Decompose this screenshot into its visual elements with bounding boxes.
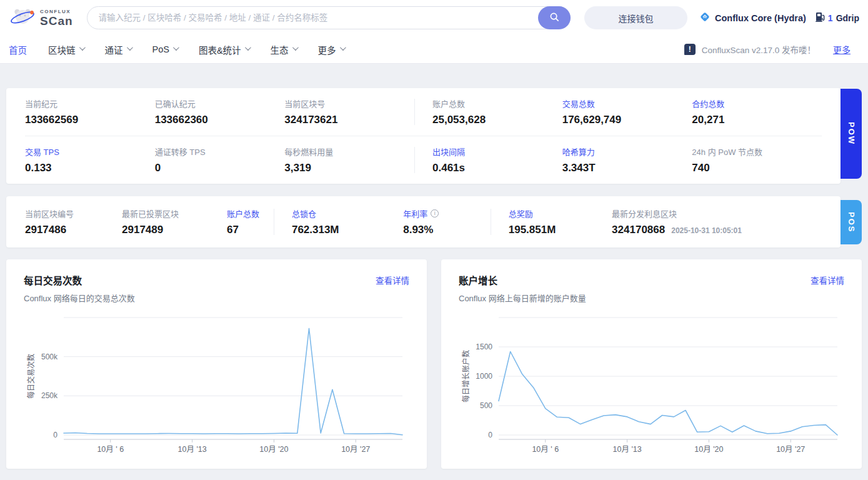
nav-item-label: PoS — [152, 44, 169, 54]
info-icon[interactable]: i — [431, 209, 439, 218]
stat-label-text: 24h 内 PoW 节点数 — [692, 146, 762, 158]
stat-label-link[interactable]: 账户总数 — [227, 208, 274, 219]
stat-value: 3241708682025-10-31 10:05:01 — [612, 224, 822, 236]
stat-cell: 最新分发利息区块3241708682025-10-31 10:05:01 — [612, 208, 822, 236]
pos-stats-section: POS 当前区块编号2917486最新已投票区块2917489账户总数67总锁仓… — [6, 196, 841, 248]
stat-cell: 通证转移 TPS0 — [155, 146, 285, 174]
announcement-more-link[interactable]: 更多 — [833, 43, 851, 56]
stat-value-text: 0.461s — [432, 162, 465, 174]
stat-value-text: 762.313M — [292, 224, 339, 236]
nav-item-more[interactable]: 更多 — [318, 43, 344, 56]
svg-text:10月 '27: 10月 '27 — [341, 445, 370, 454]
stat-label-text: 交易 TPS — [25, 146, 59, 158]
connect-wallet-button[interactable]: 连接钱包 — [584, 6, 687, 29]
nav-item-label: 更多 — [318, 43, 336, 56]
chart-card-account-growth: 账户增长 查看详情 Conflux 网络上每日新增的账户数量 050010001… — [441, 259, 862, 469]
search-input[interactable] — [87, 6, 571, 29]
chart-card-daily-transactions: 每日交易次数 查看详情 Conflux 网络每日的交易总次数 0250k500k… — [6, 259, 427, 469]
nav-item-tokens[interactable]: 通证 — [105, 43, 131, 56]
nav-item-home[interactable]: 首页 — [9, 43, 27, 56]
stat-label-link[interactable]: 年利率i — [403, 208, 491, 219]
stat-label-link[interactable]: 总奖励 — [509, 208, 612, 219]
header: CONFLUX SCan 连接钱包 — [0, 0, 868, 64]
logo-mark-icon — [9, 4, 36, 32]
stat-label-link[interactable]: 出块间隔 — [432, 146, 562, 158]
view-details-link[interactable]: 查看详情 — [811, 274, 844, 286]
stat-value: 133662569 — [25, 114, 155, 126]
pow-tab[interactable]: POW — [841, 89, 862, 179]
nav-item-ecosystem[interactable]: 生态 — [271, 43, 297, 56]
pos-tab[interactable]: POS — [841, 200, 862, 244]
chart-header: 每日交易次数 查看详情 — [24, 273, 409, 287]
stat-cell: 账户总数67 — [227, 208, 274, 236]
chevron-down-icon — [126, 44, 132, 51]
stat-label-text: 已确认纪元 — [155, 98, 196, 109]
conflux-logo[interactable]: CONFLUX SCan — [9, 4, 73, 32]
svg-text:10月 '13: 10月 '13 — [613, 445, 642, 454]
pow-stats-row-2: 交易 TPS0.133通证转移 TPS0每秒燃料用量3,319出块间隔0.461… — [6, 136, 841, 184]
stat-label: 每秒燃料用量 — [284, 146, 414, 158]
stat-label-link[interactable]: 交易 TPS — [25, 146, 155, 158]
daily-transactions-line-chart[interactable]: 0250k500k每日交易次数10月 ' 610月 '1310月 '2010月 … — [24, 306, 409, 461]
stat-value: 133662360 — [155, 114, 285, 126]
chevron-down-icon — [79, 44, 85, 51]
stat-label-text: 总奖励 — [509, 208, 533, 219]
svg-text:10月 '20: 10月 '20 — [259, 445, 288, 454]
search-button[interactable] — [538, 6, 571, 29]
gas-value: 1 — [828, 13, 833, 23]
account-growth-line-chart[interactable]: 050010001500每日增长账户数10月 ' 610月 '1310月 '20… — [459, 306, 844, 461]
stat-value-text: 195.851M — [509, 224, 556, 236]
stat-value-text: 324170868 — [612, 224, 665, 236]
svg-text:10月 '13: 10月 '13 — [178, 445, 207, 454]
stat-label-link[interactable]: 合约总数 — [692, 98, 822, 109]
stat-value-text: 133662569 — [25, 114, 78, 126]
vertical-divider — [414, 99, 415, 125]
announcement-bar: ! ConfluxScan v2.17.0 发布喽！ 更多 — [684, 43, 859, 56]
search-icon — [549, 11, 560, 24]
nav-item-charts-statistics[interactable]: 图表&统计 — [199, 43, 249, 56]
stat-cell: 总奖励195.851M — [509, 208, 612, 236]
stat-label-link[interactable]: 哈希算力 — [562, 146, 692, 158]
stat-label-text: 交易总数 — [562, 98, 595, 109]
chevron-down-icon — [245, 44, 251, 51]
view-details-link[interactable]: 查看详情 — [376, 274, 409, 286]
main-content: POW 当前纪元133662569已确认纪元133662360当前区块号3241… — [0, 88, 868, 469]
stat-value: 0.133 — [25, 162, 155, 174]
stat-label-link[interactable]: 交易总数 — [562, 98, 692, 109]
stat-value-text: 0.133 — [25, 162, 52, 174]
stat-label: 账户总数 — [432, 98, 562, 109]
stat-label-link[interactable]: 总锁仓 — [292, 208, 403, 219]
stat-value: 0.461s — [432, 162, 562, 174]
nav-item-label: 首页 — [9, 43, 27, 56]
nav-item-blockchain[interactable]: 区块链 — [48, 43, 84, 56]
stat-cell: 24h 内 PoW 节点数740 — [692, 146, 822, 174]
nav-item-label: 生态 — [271, 43, 289, 56]
stat-label-text: 通证转移 TPS — [155, 146, 206, 158]
stat-value: 740 — [692, 162, 822, 174]
stat-label: 最新已投票区块 — [122, 208, 227, 219]
svg-text:10月 ' 6: 10月 ' 6 — [532, 445, 559, 454]
stat-cell: 已确认纪元133662360 — [155, 98, 285, 126]
nav-item-pos[interactable]: PoS — [152, 44, 177, 54]
svg-text:0: 0 — [488, 431, 492, 439]
svg-text:10月 '27: 10月 '27 — [776, 445, 805, 454]
nav-item-label: 图表&统计 — [199, 43, 241, 56]
stat-label: 当前区块编号 — [25, 208, 122, 219]
stat-label-text: 每秒燃料用量 — [284, 146, 333, 158]
stat-cell: 交易 TPS0.133 — [25, 146, 155, 174]
network-icon — [699, 11, 711, 25]
stat-value-text: 740 — [692, 162, 709, 174]
stat-cell: 总锁仓762.313M — [292, 208, 403, 236]
stat-label-text: 合约总数 — [692, 98, 724, 109]
network-selector[interactable]: Conflux Core (Hydra) — [699, 11, 806, 25]
nav-item-label: 区块链 — [48, 43, 76, 56]
stat-timestamp: 2025-10-31 10:05:01 — [671, 226, 742, 235]
charts-row: 每日交易次数 查看详情 Conflux 网络每日的交易总次数 0250k500k… — [6, 259, 862, 469]
chart-subtitle: Conflux 网络上每日新增的账户数量 — [459, 292, 844, 304]
stat-cell: 每秒燃料用量3,319 — [284, 146, 414, 174]
stat-value: 3.343T — [562, 162, 692, 174]
svg-text:10月 '20: 10月 '20 — [694, 445, 723, 454]
stat-value-text: 3,319 — [284, 162, 311, 174]
gas-tracker[interactable]: 1 Gdrip — [816, 12, 859, 24]
stat-value-text: 2917486 — [25, 224, 66, 236]
